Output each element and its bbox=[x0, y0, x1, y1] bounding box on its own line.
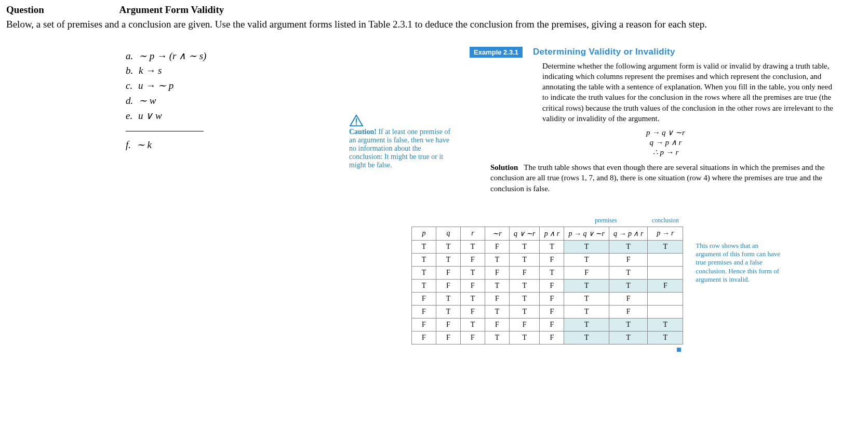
premise-c: c. u → ∼ p bbox=[126, 80, 245, 91]
truth-table-cell: T bbox=[510, 292, 540, 305]
caution-block: Caution! If at least one premise of an a… bbox=[349, 47, 453, 169]
truth-table-cell: F bbox=[540, 253, 564, 266]
truth-table-header-cell: q ∨ ∼r bbox=[510, 227, 540, 240]
premises-bracket-label: premises bbox=[564, 215, 648, 227]
truth-table-cell: T bbox=[648, 331, 683, 344]
premise-c-label: c. bbox=[126, 80, 132, 91]
truth-table-cell: T bbox=[564, 253, 609, 266]
argument-form: p → q ∨ ∼r q → p ∧ r ∴ p → r bbox=[470, 128, 862, 157]
example-title: Determining Validity or Invalidity bbox=[533, 47, 675, 57]
premise-d-expr: ∼ w bbox=[139, 95, 156, 106]
truth-table-cell: T bbox=[461, 240, 485, 253]
truth-table-cell: F bbox=[609, 305, 647, 318]
truth-table-cell: F bbox=[461, 253, 485, 266]
truth-table-cell: F bbox=[540, 331, 564, 344]
premise-e: e. u ∨ w bbox=[126, 110, 245, 122]
premise-a: a. ∼ p → (r ∧ ∼ s) bbox=[126, 50, 245, 62]
truth-table-cell: T bbox=[540, 266, 564, 279]
example-intro: Determine whether the following argument… bbox=[542, 61, 833, 124]
solution-block: Solution The truth table shows that even… bbox=[490, 162, 844, 194]
table-row: TTTFTTTTT bbox=[412, 240, 683, 253]
question-instructions: Below, a set of premises and a conclusio… bbox=[6, 18, 862, 31]
premises-block: a. ∼ p → (r ∧ ∼ s) b. k → s c. u → ∼ p d… bbox=[126, 47, 245, 154]
conclusion-f: f. ∼ k bbox=[126, 139, 245, 151]
table-row: FFTFFFTTT bbox=[412, 318, 683, 331]
caution-label: Caution! bbox=[349, 128, 377, 136]
truth-table-cell: F bbox=[436, 331, 461, 344]
truth-table-cell: F bbox=[436, 266, 461, 279]
truth-table-cell: T bbox=[564, 292, 609, 305]
truth-table-header-cell: p → q ∨ ∼r bbox=[564, 227, 609, 240]
truth-table-cell: T bbox=[461, 318, 485, 331]
truth-table-cell bbox=[648, 292, 683, 305]
truth-table-header-cell: q → p ∧ r bbox=[609, 227, 647, 240]
conclusion-f-expr: ∼ k bbox=[137, 139, 152, 150]
side-note: This row shows that an argument of this … bbox=[696, 215, 784, 284]
truth-table-cell: T bbox=[609, 279, 647, 292]
svg-point-1 bbox=[356, 123, 357, 125]
truth-table-cell: T bbox=[510, 305, 540, 318]
truth-table-cell: T bbox=[564, 279, 609, 292]
truth-table-cell: T bbox=[648, 240, 683, 253]
premise-b: b. k → s bbox=[126, 65, 245, 76]
truth-table-cell: T bbox=[485, 305, 510, 318]
truth-table-header-cell: p bbox=[412, 227, 436, 240]
argument-form-line3: ∴ p → r bbox=[470, 148, 862, 157]
example-block: Example 2.3.1 Determining Validity or In… bbox=[470, 47, 862, 194]
conclusion-f-label: f. bbox=[126, 139, 131, 150]
truth-table-cell: T bbox=[412, 266, 436, 279]
table-row: TFFTTFTTF bbox=[412, 279, 683, 292]
truth-table-cell: F bbox=[412, 318, 436, 331]
truth-table-cell: F bbox=[436, 279, 461, 292]
truth-table-cell: T bbox=[436, 305, 461, 318]
truth-table: premises conclusion pqr∼rq ∨ ∼rp ∧ rp → … bbox=[411, 215, 683, 345]
truth-table-cell: F bbox=[485, 292, 510, 305]
truth-table-cell: F bbox=[461, 305, 485, 318]
end-of-proof-icon bbox=[677, 348, 681, 352]
truth-table-cell: T bbox=[412, 279, 436, 292]
truth-table-cell: F bbox=[510, 266, 540, 279]
truth-table-header-cell: p ∧ r bbox=[540, 227, 564, 240]
solution-text: The truth table shows that even though t… bbox=[490, 163, 824, 193]
truth-table-cell: T bbox=[564, 318, 609, 331]
premises-rule bbox=[126, 131, 204, 131]
truth-table-cell: F bbox=[485, 318, 510, 331]
truth-table-header-cell: p → r bbox=[648, 227, 683, 240]
truth-table-cell: T bbox=[648, 318, 683, 331]
truth-table-cell: F bbox=[540, 305, 564, 318]
truth-table-cell: T bbox=[436, 240, 461, 253]
table-row: FTFTTFTF bbox=[412, 305, 683, 318]
premise-d-label: d. bbox=[126, 95, 133, 106]
truth-table-cell: F bbox=[609, 292, 647, 305]
truth-table-cell: T bbox=[609, 331, 647, 344]
example-header: Example 2.3.1 Determining Validity or In… bbox=[470, 47, 862, 58]
premise-a-label: a. bbox=[126, 50, 133, 61]
truth-table-cell: T bbox=[609, 266, 647, 279]
truth-table-cell: T bbox=[485, 253, 510, 266]
premise-b-label: b. bbox=[126, 65, 133, 76]
truth-table-cell: T bbox=[510, 240, 540, 253]
truth-table-cell: F bbox=[540, 292, 564, 305]
truth-table-header-cell: r bbox=[461, 227, 485, 240]
truth-table-cell: T bbox=[412, 253, 436, 266]
truth-table-cell: T bbox=[510, 331, 540, 344]
truth-table-cell: T bbox=[510, 279, 540, 292]
truth-table-cell: T bbox=[510, 253, 540, 266]
truth-table-cell: F bbox=[436, 318, 461, 331]
premise-d: d. ∼ w bbox=[126, 95, 245, 107]
truth-table-cell bbox=[648, 266, 683, 279]
premise-a-expr: ∼ p → (r ∧ ∼ s) bbox=[139, 50, 206, 61]
truth-table-cell: F bbox=[412, 305, 436, 318]
truth-table-cell: T bbox=[564, 331, 609, 344]
content-row: a. ∼ p → (r ∧ ∼ s) b. k → s c. u → ∼ p d… bbox=[6, 47, 862, 194]
truth-table-wrap: premises conclusion pqr∼rq ∨ ∼rp ∧ rp → … bbox=[411, 215, 862, 352]
table-row: FTTFTFTF bbox=[412, 292, 683, 305]
premise-b-expr: k → s bbox=[139, 65, 162, 76]
warning-icon bbox=[349, 114, 364, 127]
table-row: TFTFFTFT bbox=[412, 266, 683, 279]
solution-label: Solution bbox=[490, 163, 518, 171]
truth-table-cell: T bbox=[540, 240, 564, 253]
argument-form-line2: q → p ∧ r bbox=[470, 138, 862, 147]
truth-table-cell: F bbox=[412, 331, 436, 344]
truth-table-cell: F bbox=[510, 318, 540, 331]
